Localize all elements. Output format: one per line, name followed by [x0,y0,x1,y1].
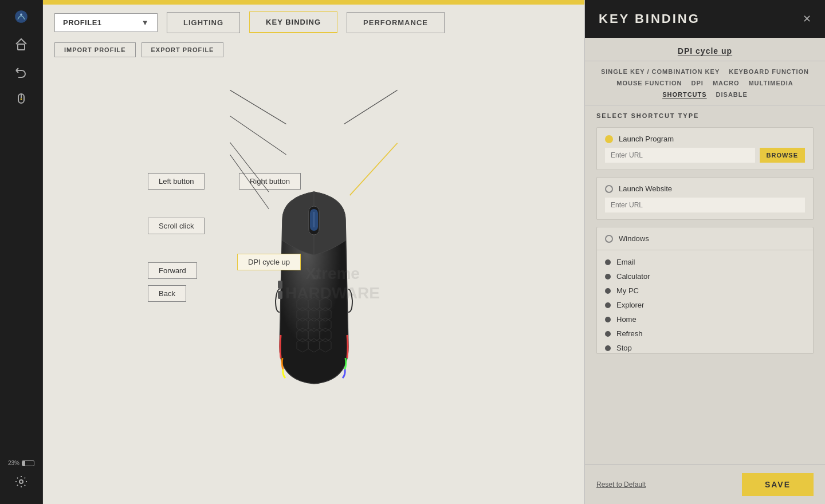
svg-rect-17 [278,281,282,289]
mouse-diagram: Xtreme HARDWARE Left button Scroll click… [43,63,584,504]
svg-line-7 [230,90,286,124]
windows-item-mypc[interactable]: My PC [605,284,805,298]
battery-percent: 23% [8,460,19,466]
launch-program-label: Launch Program [619,135,674,143]
tab-keyboard-function[interactable]: KEYBOARD FUNCTION [729,67,809,76]
profile-selector[interactable]: PROFILE1 ▼ [54,13,158,32]
import-profile-button[interactable]: IMPORT PROFILE [54,42,136,57]
right-panel-header: KEY BINDING ✕ [585,0,825,38]
svg-point-5 [21,99,22,100]
explorer-dot [605,302,611,308]
save-button[interactable]: SAVE [742,473,814,496]
profile-label: PROFILE1 [63,18,102,27]
launch-website-option[interactable]: Launch Website [596,177,814,220]
tab-disable[interactable]: DISABLE [716,90,748,99]
refresh-label: Refresh [616,329,643,338]
launch-website-url-row [605,198,805,212]
left-button-label[interactable]: Left button [148,173,205,190]
stop-dot [605,345,611,351]
windows-item-explorer[interactable]: Explorer [605,298,805,312]
tab-single-key[interactable]: SINGLE KEY / COMBINATION KEY [601,67,720,76]
battery-bar [22,460,34,466]
windows-radio[interactable] [605,235,613,243]
battery-fill [22,461,25,466]
sidebar-undo-icon[interactable] [10,61,32,82]
tab-multimedia[interactable]: MULTIMEDIA [748,78,793,88]
svg-point-1 [20,14,22,16]
sidebar-settings-icon[interactable] [10,471,32,493]
browse-button[interactable]: BROWSE [760,148,806,163]
calculator-label: Calculator [616,272,650,281]
windows-item-home[interactable]: Home [605,312,805,326]
tab-lighting[interactable]: LIGHTING [167,12,240,33]
tab-shortcuts[interactable]: SHORTCUTS [662,90,706,99]
explorer-label: Explorer [616,301,644,309]
launch-program-url-row: BROWSE [605,148,805,163]
shortcut-type-section: SELECT SHORTCUT TYPE Launch Program BROW… [585,105,825,227]
tab-macro[interactable]: MACRO [713,78,740,88]
reset-to-default-button[interactable]: Reset to Default [596,481,646,489]
active-function-display: DPI cycle up [585,38,825,61]
mypc-dot [605,288,611,294]
sidebar: 23% [0,0,43,504]
windows-section: Windows Email Calculator My PC Explorer [596,227,814,354]
tab-key-binding[interactable]: KEY BINDING [249,11,337,33]
main-content: PROFILE1 ▼ LIGHTING KEY BINDING PERFORMA… [43,0,584,504]
windows-item-refresh[interactable]: Refresh [605,326,805,341]
refresh-dot [605,331,611,337]
svg-line-8 [230,116,286,155]
launch-website-header: Launch Website [605,184,805,193]
top-bar [43,0,584,5]
close-button[interactable]: ✕ [803,13,811,25]
email-label: Email [616,258,635,266]
calculator-dot [605,274,611,279]
right-panel-title: KEY BINDING [599,11,700,26]
right-panel-body: DPI cycle up SINGLE KEY / COMBINATION KE… [585,38,825,464]
chevron-down-icon: ▼ [142,18,149,27]
right-panel: KEY BINDING ✕ DPI cycle up SINGLE KEY / … [584,0,825,504]
sidebar-logo[interactable] [10,6,32,27]
launch-website-url-input[interactable] [605,198,805,212]
sidebar-home-icon[interactable] [10,33,32,55]
tab-mouse-function[interactable]: MOUSE FUNCTION [616,78,682,88]
back-label[interactable]: Back [148,285,186,302]
launch-website-radio[interactable] [605,185,613,193]
function-type-tabs: SINGLE KEY / COMBINATION KEY KEYBOARD FU… [585,61,825,105]
sidebar-bottom: 23% [8,460,34,498]
svg-line-11 [344,90,398,124]
windows-header[interactable]: Windows [597,227,813,250]
windows-item-stop[interactable]: Stop [605,341,805,353]
dpi-cycle-up-label[interactable]: DPI cycle up [237,254,301,270]
shortcut-type-label: SELECT SHORTCUT TYPE [596,112,814,119]
launch-website-label: Launch Website [619,184,672,193]
launch-program-header: Launch Program [605,135,805,143]
windows-item-email[interactable]: Email [605,255,805,269]
toolbar: PROFILE1 ▼ LIGHTING KEY BINDING PERFORMA… [43,5,584,40]
battery-indicator: 23% [8,460,34,466]
tab-dpi[interactable]: DPI [692,78,704,88]
mouse-illustration [251,175,377,392]
svg-point-6 [19,480,23,483]
launch-program-radio[interactable] [605,135,613,143]
home-label: Home [616,315,637,324]
svg-rect-2 [18,44,25,50]
forward-label[interactable]: Forward [148,262,197,279]
svg-point-0 [15,10,28,23]
sidebar-mouse-icon[interactable] [10,88,32,110]
scroll-click-label[interactable]: Scroll click [148,218,205,234]
right-panel-footer: Reset to Default SAVE [585,464,825,504]
profile-actions: IMPORT PROFILE EXPORT PROFILE [43,40,584,63]
tab-performance[interactable]: PERFORMANCE [347,12,445,33]
email-dot [605,259,611,265]
svg-rect-18 [278,291,282,299]
windows-label: Windows [619,234,649,243]
windows-items-list: Email Calculator My PC Explorer Home [597,250,813,353]
home-dot [605,317,611,322]
launch-program-option[interactable]: Launch Program BROWSE [596,127,814,170]
launch-program-url-input[interactable] [605,148,755,163]
export-profile-button[interactable]: EXPORT PROFILE [142,42,224,57]
windows-item-calculator[interactable]: Calculator [605,269,805,284]
right-button-label[interactable]: Right button [239,173,301,190]
active-function-name: DPI cycle up [678,46,732,56]
svg-rect-16 [310,275,318,279]
